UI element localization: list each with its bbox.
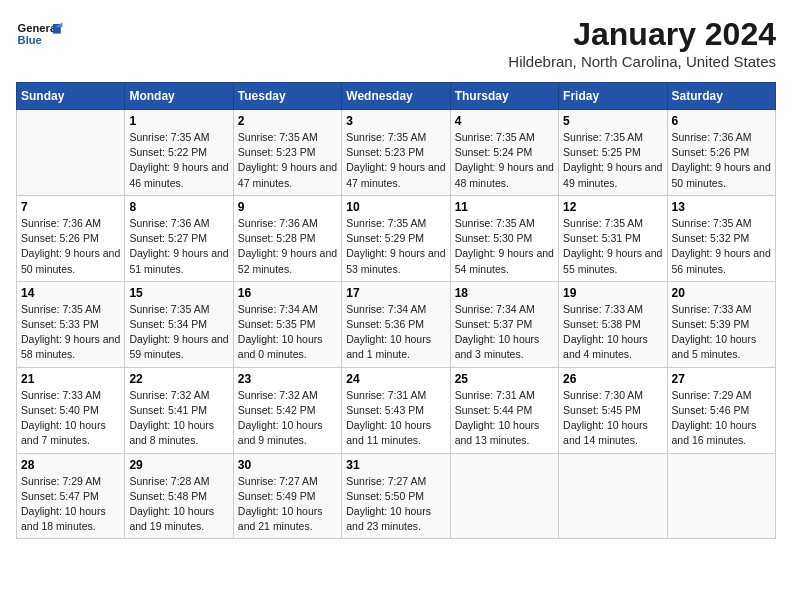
calendar-cell bbox=[559, 453, 667, 539]
calendar-cell: 17Sunrise: 7:34 AMSunset: 5:36 PMDayligh… bbox=[342, 281, 450, 367]
day-number: 21 bbox=[21, 372, 120, 386]
logo-icon: General Blue bbox=[16, 16, 64, 52]
calendar-cell: 27Sunrise: 7:29 AMSunset: 5:46 PMDayligh… bbox=[667, 367, 775, 453]
calendar-cell: 8Sunrise: 7:36 AMSunset: 5:27 PMDaylight… bbox=[125, 195, 233, 281]
day-detail: Sunrise: 7:36 AMSunset: 5:26 PMDaylight:… bbox=[21, 216, 120, 277]
calendar-cell: 5Sunrise: 7:35 AMSunset: 5:25 PMDaylight… bbox=[559, 110, 667, 196]
calendar-cell: 6Sunrise: 7:36 AMSunset: 5:26 PMDaylight… bbox=[667, 110, 775, 196]
day-number: 13 bbox=[672, 200, 771, 214]
calendar-cell: 19Sunrise: 7:33 AMSunset: 5:38 PMDayligh… bbox=[559, 281, 667, 367]
day-detail: Sunrise: 7:33 AMSunset: 5:39 PMDaylight:… bbox=[672, 302, 771, 363]
day-detail: Sunrise: 7:27 AMSunset: 5:50 PMDaylight:… bbox=[346, 474, 445, 535]
header-day-friday: Friday bbox=[559, 83, 667, 110]
day-detail: Sunrise: 7:35 AMSunset: 5:22 PMDaylight:… bbox=[129, 130, 228, 191]
calendar-cell: 31Sunrise: 7:27 AMSunset: 5:50 PMDayligh… bbox=[342, 453, 450, 539]
day-detail: Sunrise: 7:35 AMSunset: 5:32 PMDaylight:… bbox=[672, 216, 771, 277]
calendar-cell: 12Sunrise: 7:35 AMSunset: 5:31 PMDayligh… bbox=[559, 195, 667, 281]
calendar-week-row: 21Sunrise: 7:33 AMSunset: 5:40 PMDayligh… bbox=[17, 367, 776, 453]
calendar-cell: 3Sunrise: 7:35 AMSunset: 5:23 PMDaylight… bbox=[342, 110, 450, 196]
day-detail: Sunrise: 7:31 AMSunset: 5:44 PMDaylight:… bbox=[455, 388, 554, 449]
logo: General Blue bbox=[16, 16, 64, 52]
page-header: General Blue January 2024 Hildebran, Nor… bbox=[16, 16, 776, 70]
calendar-subtitle: Hildebran, North Carolina, United States bbox=[508, 53, 776, 70]
day-number: 2 bbox=[238, 114, 337, 128]
day-number: 18 bbox=[455, 286, 554, 300]
day-detail: Sunrise: 7:29 AMSunset: 5:46 PMDaylight:… bbox=[672, 388, 771, 449]
header-day-sunday: Sunday bbox=[17, 83, 125, 110]
day-number: 6 bbox=[672, 114, 771, 128]
day-number: 19 bbox=[563, 286, 662, 300]
day-detail: Sunrise: 7:32 AMSunset: 5:41 PMDaylight:… bbox=[129, 388, 228, 449]
header-day-saturday: Saturday bbox=[667, 83, 775, 110]
day-detail: Sunrise: 7:35 AMSunset: 5:29 PMDaylight:… bbox=[346, 216, 445, 277]
svg-text:Blue: Blue bbox=[18, 34, 42, 46]
header-day-tuesday: Tuesday bbox=[233, 83, 341, 110]
day-detail: Sunrise: 7:33 AMSunset: 5:38 PMDaylight:… bbox=[563, 302, 662, 363]
day-number: 31 bbox=[346, 458, 445, 472]
day-detail: Sunrise: 7:35 AMSunset: 5:25 PMDaylight:… bbox=[563, 130, 662, 191]
calendar-table: SundayMondayTuesdayWednesdayThursdayFrid… bbox=[16, 82, 776, 539]
calendar-cell: 16Sunrise: 7:34 AMSunset: 5:35 PMDayligh… bbox=[233, 281, 341, 367]
calendar-week-row: 14Sunrise: 7:35 AMSunset: 5:33 PMDayligh… bbox=[17, 281, 776, 367]
day-detail: Sunrise: 7:31 AMSunset: 5:43 PMDaylight:… bbox=[346, 388, 445, 449]
calendar-cell: 2Sunrise: 7:35 AMSunset: 5:23 PMDaylight… bbox=[233, 110, 341, 196]
calendar-cell: 25Sunrise: 7:31 AMSunset: 5:44 PMDayligh… bbox=[450, 367, 558, 453]
calendar-cell: 14Sunrise: 7:35 AMSunset: 5:33 PMDayligh… bbox=[17, 281, 125, 367]
calendar-cell: 1Sunrise: 7:35 AMSunset: 5:22 PMDaylight… bbox=[125, 110, 233, 196]
day-detail: Sunrise: 7:35 AMSunset: 5:23 PMDaylight:… bbox=[346, 130, 445, 191]
day-number: 5 bbox=[563, 114, 662, 128]
day-detail: Sunrise: 7:32 AMSunset: 5:42 PMDaylight:… bbox=[238, 388, 337, 449]
calendar-cell: 29Sunrise: 7:28 AMSunset: 5:48 PMDayligh… bbox=[125, 453, 233, 539]
calendar-cell: 9Sunrise: 7:36 AMSunset: 5:28 PMDaylight… bbox=[233, 195, 341, 281]
day-detail: Sunrise: 7:35 AMSunset: 5:23 PMDaylight:… bbox=[238, 130, 337, 191]
day-detail: Sunrise: 7:35 AMSunset: 5:24 PMDaylight:… bbox=[455, 130, 554, 191]
days-header-row: SundayMondayTuesdayWednesdayThursdayFrid… bbox=[17, 83, 776, 110]
calendar-cell: 4Sunrise: 7:35 AMSunset: 5:24 PMDaylight… bbox=[450, 110, 558, 196]
calendar-week-row: 28Sunrise: 7:29 AMSunset: 5:47 PMDayligh… bbox=[17, 453, 776, 539]
calendar-cell: 26Sunrise: 7:30 AMSunset: 5:45 PMDayligh… bbox=[559, 367, 667, 453]
day-number: 25 bbox=[455, 372, 554, 386]
calendar-cell bbox=[450, 453, 558, 539]
day-number: 7 bbox=[21, 200, 120, 214]
day-number: 28 bbox=[21, 458, 120, 472]
day-detail: Sunrise: 7:34 AMSunset: 5:35 PMDaylight:… bbox=[238, 302, 337, 363]
calendar-title: January 2024 bbox=[508, 16, 776, 53]
day-number: 10 bbox=[346, 200, 445, 214]
day-detail: Sunrise: 7:27 AMSunset: 5:49 PMDaylight:… bbox=[238, 474, 337, 535]
day-number: 8 bbox=[129, 200, 228, 214]
header-day-wednesday: Wednesday bbox=[342, 83, 450, 110]
day-detail: Sunrise: 7:35 AMSunset: 5:31 PMDaylight:… bbox=[563, 216, 662, 277]
title-block: January 2024 Hildebran, North Carolina, … bbox=[508, 16, 776, 70]
day-detail: Sunrise: 7:34 AMSunset: 5:36 PMDaylight:… bbox=[346, 302, 445, 363]
day-detail: Sunrise: 7:33 AMSunset: 5:40 PMDaylight:… bbox=[21, 388, 120, 449]
calendar-week-row: 7Sunrise: 7:36 AMSunset: 5:26 PMDaylight… bbox=[17, 195, 776, 281]
day-number: 16 bbox=[238, 286, 337, 300]
day-number: 11 bbox=[455, 200, 554, 214]
day-number: 15 bbox=[129, 286, 228, 300]
day-number: 1 bbox=[129, 114, 228, 128]
day-number: 30 bbox=[238, 458, 337, 472]
day-number: 12 bbox=[563, 200, 662, 214]
day-number: 23 bbox=[238, 372, 337, 386]
day-number: 4 bbox=[455, 114, 554, 128]
calendar-cell: 20Sunrise: 7:33 AMSunset: 5:39 PMDayligh… bbox=[667, 281, 775, 367]
calendar-cell: 18Sunrise: 7:34 AMSunset: 5:37 PMDayligh… bbox=[450, 281, 558, 367]
day-number: 27 bbox=[672, 372, 771, 386]
calendar-cell: 15Sunrise: 7:35 AMSunset: 5:34 PMDayligh… bbox=[125, 281, 233, 367]
calendar-week-row: 1Sunrise: 7:35 AMSunset: 5:22 PMDaylight… bbox=[17, 110, 776, 196]
day-detail: Sunrise: 7:35 AMSunset: 5:30 PMDaylight:… bbox=[455, 216, 554, 277]
day-detail: Sunrise: 7:35 AMSunset: 5:34 PMDaylight:… bbox=[129, 302, 228, 363]
day-number: 26 bbox=[563, 372, 662, 386]
day-number: 29 bbox=[129, 458, 228, 472]
calendar-cell: 10Sunrise: 7:35 AMSunset: 5:29 PMDayligh… bbox=[342, 195, 450, 281]
calendar-cell: 22Sunrise: 7:32 AMSunset: 5:41 PMDayligh… bbox=[125, 367, 233, 453]
calendar-cell: 7Sunrise: 7:36 AMSunset: 5:26 PMDaylight… bbox=[17, 195, 125, 281]
day-number: 9 bbox=[238, 200, 337, 214]
day-detail: Sunrise: 7:36 AMSunset: 5:26 PMDaylight:… bbox=[672, 130, 771, 191]
day-detail: Sunrise: 7:36 AMSunset: 5:27 PMDaylight:… bbox=[129, 216, 228, 277]
header-day-thursday: Thursday bbox=[450, 83, 558, 110]
day-number: 20 bbox=[672, 286, 771, 300]
calendar-cell: 23Sunrise: 7:32 AMSunset: 5:42 PMDayligh… bbox=[233, 367, 341, 453]
day-detail: Sunrise: 7:34 AMSunset: 5:37 PMDaylight:… bbox=[455, 302, 554, 363]
calendar-cell: 11Sunrise: 7:35 AMSunset: 5:30 PMDayligh… bbox=[450, 195, 558, 281]
